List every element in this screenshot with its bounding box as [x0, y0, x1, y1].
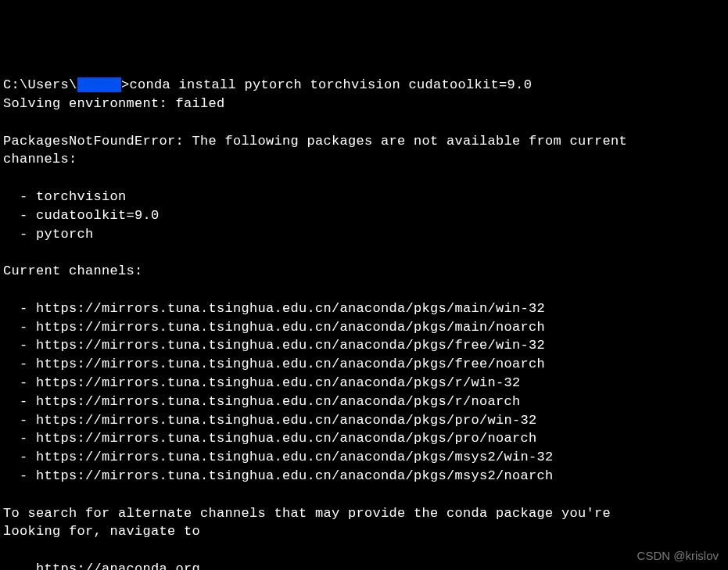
- channel-url: https://mirrors.tuna.tsinghua.edu.cn/ana…: [36, 301, 545, 316]
- channel-url: https://mirrors.tuna.tsinghua.edu.cn/ana…: [36, 338, 545, 353]
- channel-url: https://mirrors.tuna.tsinghua.edu.cn/ana…: [36, 357, 545, 371]
- channel-url: https://mirrors.tuna.tsinghua.edu.cn/ana…: [36, 413, 537, 428]
- prompt-path-prefix: C:\Users\: [3, 77, 77, 92]
- footer-line1: To search for alternate channels that ma…: [3, 506, 611, 521]
- footer-url: https://anaconda.org: [3, 561, 200, 570]
- error-header-line2: channels:: [3, 152, 77, 167]
- current-channels-label: Current channels:: [3, 263, 143, 278]
- prompt-path-suffix: >: [121, 77, 130, 92]
- channel-url: https://mirrors.tuna.tsinghua.edu.cn/ana…: [36, 320, 545, 335]
- missing-package: torchvision: [36, 189, 127, 204]
- command-text: conda install pytorch torchvision cudato…: [130, 77, 533, 92]
- channel-url: https://mirrors.tuna.tsinghua.edu.cn/ana…: [36, 468, 554, 483]
- solving-environment-line: Solving environment: failed: [3, 96, 225, 111]
- missing-package: pytorch: [36, 227, 94, 242]
- terminal-output[interactable]: C:\Users\IIIII>conda install pytorch tor…: [3, 76, 725, 570]
- channel-url: https://mirrors.tuna.tsinghua.edu.cn/ana…: [36, 375, 521, 390]
- missing-package: cudatoolkit=9.0: [36, 208, 160, 223]
- footer-line2: looking for, navigate to: [3, 524, 200, 539]
- channel-url: https://mirrors.tuna.tsinghua.edu.cn/ana…: [36, 394, 521, 409]
- channel-url: https://mirrors.tuna.tsinghua.edu.cn/ana…: [36, 450, 554, 464]
- channel-url: https://mirrors.tuna.tsinghua.edu.cn/ana…: [36, 431, 537, 446]
- prompt-line: C:\Users\IIIII>conda install pytorch tor…: [3, 77, 532, 92]
- error-header-line1: PackagesNotFoundError: The following pac…: [3, 134, 627, 149]
- redacted-username: IIIII: [77, 77, 122, 92]
- watermark-text: CSDN @krislov: [637, 547, 719, 564]
